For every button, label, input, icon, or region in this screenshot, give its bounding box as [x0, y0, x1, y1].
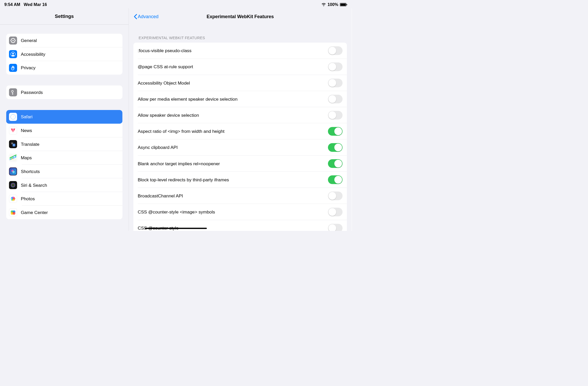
chevron-left-icon [133, 14, 137, 19]
key-icon [9, 88, 17, 96]
sidebar-item-privacy[interactable]: Privacy [6, 61, 122, 75]
feature-row: Allow per media element speaker device s… [133, 91, 347, 107]
sidebar-item-passwords[interactable]: Passwords [6, 86, 122, 99]
svg-point-15 [11, 91, 13, 92]
feature-label: Accessibility Object Model [138, 80, 190, 86]
settings-sidebar: Settings GeneralAccessibilityPrivacyPass… [0, 8, 129, 231]
svg-marker-25 [11, 129, 13, 132]
svg-rect-37 [10, 182, 16, 189]
sidebar-item-label: Passwords [21, 90, 43, 95]
feature-toggle[interactable] [328, 175, 343, 184]
sidebar-item-label: Photos [21, 196, 35, 202]
feature-toggle[interactable] [328, 208, 343, 216]
feature-label: @page CSS at-rule support [138, 64, 193, 70]
gear-icon [9, 37, 17, 45]
feature-label: Aspect ratio of <img> from width and hei… [138, 129, 224, 134]
feature-toggle[interactable] [328, 143, 343, 152]
sidebar-title-label: Settings [55, 13, 74, 19]
safari-icon [9, 113, 17, 121]
sidebar-item-general[interactable]: General [6, 34, 122, 47]
page-title: Experimental WebKit Features [129, 14, 352, 19]
feature-row: Blank anchor target implies rel=noopener [133, 156, 347, 172]
sidebar-item-label: Maps [21, 155, 32, 161]
sidebar-item-news[interactable]: News [6, 124, 122, 137]
feature-toggle[interactable] [328, 63, 343, 71]
status-bar: 9:54 AM Wed Mar 16 100% [0, 0, 352, 8]
feature-toggle[interactable] [328, 192, 343, 200]
sidebar-item-gamecenter[interactable]: Game Center [6, 206, 122, 219]
sidebar-item-translate[interactable]: A文Translate [6, 137, 122, 151]
feature-row: Block top-level redirects by third-party… [133, 172, 347, 188]
status-time: 9:54 AM [4, 2, 20, 7]
sidebar-title: Settings [0, 8, 129, 25]
sidebar-item-label: News [21, 128, 32, 133]
feature-toggle[interactable] [328, 224, 343, 231]
sidebar-item-label: General [21, 38, 37, 43]
feature-label: Block top-level redirects by third-party… [138, 177, 229, 182]
sidebar-item-label: Shortcuts [21, 169, 40, 174]
feature-row: Accessibility Object Model [133, 75, 347, 91]
sidebar-item-shortcuts[interactable]: Shortcuts [6, 165, 122, 178]
svg-marker-27 [13, 129, 13, 129]
feature-toggle[interactable] [328, 79, 343, 87]
feature-label: Allow speaker device selection [138, 113, 199, 118]
sidebar-item-safari[interactable]: Safari [6, 110, 122, 124]
sidebar-item-label: Accessibility [21, 52, 45, 57]
svg-text:A: A [11, 143, 13, 145]
svg-rect-1 [340, 3, 346, 6]
svg-point-14 [12, 53, 14, 54]
feature-row: Async clipboard API [133, 140, 347, 156]
photos-icon [9, 195, 17, 203]
feature-label: CSS @counter-style <image> symbols [138, 210, 215, 215]
feature-row: Aspect ratio of <img> from width and hei… [133, 123, 347, 139]
feature-toggle[interactable] [328, 46, 343, 55]
siri-icon [9, 181, 17, 189]
feature-row: BroadcastChannel API [133, 188, 347, 204]
sidebar-item-label: Game Center [21, 210, 48, 215]
feature-label: BroadcastChannel API [138, 193, 183, 198]
feature-row: :focus-visible pseudo-class [133, 43, 347, 59]
feature-row: CSS @counter-style <image> symbols [133, 204, 347, 220]
svg-line-12 [15, 39, 15, 39]
home-indicator[interactable] [145, 228, 207, 229]
detail-pane: Advanced Experimental WebKit Features EX… [129, 8, 352, 231]
wifi-icon [321, 3, 326, 6]
sidebar-item-label: Safari [21, 114, 32, 120]
battery-percent: 100% [327, 2, 338, 7]
feature-row: Allow speaker device selection [133, 107, 347, 123]
feature-toggle[interactable] [328, 95, 343, 103]
sidebar-item-label: Translate [21, 142, 39, 147]
svg-point-33 [13, 156, 15, 158]
feature-toggle[interactable] [328, 111, 343, 120]
feature-label: :focus-visible pseudo-class [138, 48, 192, 53]
svg-point-54 [12, 212, 15, 215]
feature-label: Blank anchor target implies rel=noopener [138, 161, 220, 166]
svg-line-10 [11, 39, 12, 39]
sidebar-item-maps[interactable]: Maps [6, 151, 122, 165]
svg-point-4 [12, 40, 14, 41]
shortcuts-icon [9, 168, 17, 176]
svg-rect-41 [10, 196, 16, 202]
gamecenter-icon [9, 209, 17, 217]
hand-icon [9, 64, 17, 72]
sidebar-item-photos[interactable]: Photos [6, 192, 122, 206]
feature-label: Allow per media element speaker device s… [138, 96, 238, 102]
feature-toggle[interactable] [328, 127, 343, 136]
sidebar-item-accessibility[interactable]: Accessibility [6, 47, 122, 61]
sidebar-item-label: Privacy [21, 65, 36, 71]
back-label: Advanced [138, 14, 159, 19]
feature-label: Async clipboard API [138, 145, 178, 150]
battery-icon [340, 3, 347, 6]
section-header: EXPERIMENTAL WEBKIT FEATURES [133, 25, 347, 43]
svg-rect-2 [346, 4, 347, 5]
status-date: Wed Mar 16 [24, 2, 47, 7]
back-button[interactable]: Advanced [133, 14, 159, 19]
maps-icon [9, 154, 17, 162]
feature-toggle[interactable] [328, 159, 343, 168]
person-icon [9, 50, 17, 58]
news-icon [9, 127, 17, 135]
svg-line-8 [11, 42, 12, 43]
sidebar-item-siri[interactable]: Siri & Search [6, 178, 122, 192]
feature-row: @page CSS at-rule support [133, 59, 347, 75]
svg-line-6 [15, 42, 15, 43]
